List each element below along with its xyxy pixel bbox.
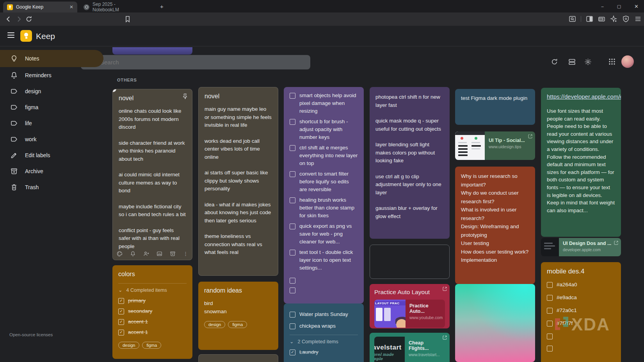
profile-avatar[interactable]: [621, 55, 634, 68]
maximize-button[interactable]: ▢: [617, 4, 621, 9]
close-window-button[interactable]: ✕: [634, 4, 639, 9]
back-icon[interactable]: [5, 15, 12, 23]
checkbox[interactable]: [290, 93, 295, 99]
copilot-icon[interactable]: [610, 15, 617, 23]
sidebar-item-trash[interactable]: Trash: [0, 179, 103, 195]
sidebar-item-edit-labels[interactable]: Edit labels: [0, 147, 103, 163]
link-preview[interactable]: LAYOUT PRAC Practice Auto... www.youtube…: [374, 300, 445, 328]
note-card-partial[interactable]: miso butterscotch: [198, 354, 278, 362]
checkbox[interactable]: [290, 312, 295, 318]
note-card-cheap-flights[interactable]: travelstart Travel made Simple Cheap Fli…: [370, 333, 450, 362]
label-chip-figma[interactable]: figma: [142, 342, 161, 349]
note-card-mobile-des4[interactable]: mobile des.4 #a264a0 #e9adca #72a0c1 #7f…: [541, 262, 621, 362]
checkbox[interactable]: [547, 308, 553, 314]
pin-icon[interactable]: [182, 93, 188, 99]
reload-icon[interactable]: [25, 15, 33, 23]
checkbox[interactable]: [290, 323, 295, 329]
checkbox[interactable]: [547, 321, 553, 327]
open-link-icon[interactable]: [614, 241, 618, 245]
note-card-practice-auto-layout[interactable]: Practice Auto Layout LAYOUT PRAC Practic…: [370, 284, 450, 328]
link-preview-ui-dos[interactable]: UI Design Dos and ... developer.apple.co…: [541, 238, 621, 256]
checkbox-checked[interactable]: ✓: [118, 319, 124, 325]
checkbox[interactable]: [547, 346, 553, 351]
checkbox[interactable]: [290, 224, 295, 229]
selected-check-badge[interactable]: ✓: [112, 89, 116, 92]
sidebar-item-life[interactable]: life: [0, 115, 103, 131]
label-chip-design[interactable]: design: [118, 342, 139, 349]
archive-note-icon[interactable]: [170, 251, 176, 257]
sidebar-item-notes[interactable]: Notes: [0, 50, 103, 67]
note-card-ui-tip[interactable]: UI Tip - Social... www.uidesign.tips: [455, 131, 535, 160]
palette-icon[interactable]: [117, 251, 123, 257]
note-card-empty[interactable]: [370, 245, 450, 279]
shield-icon[interactable]: [622, 15, 630, 23]
label-chip-figma[interactable]: figma: [228, 321, 247, 328]
wallet-icon[interactable]: [598, 15, 605, 23]
list-view-icon[interactable]: [568, 58, 576, 66]
checkbox[interactable]: [547, 334, 553, 339]
note-card-novel-1[interactable]: ✓ novel online chats could look like 200…: [112, 89, 192, 260]
open-link-icon[interactable]: [528, 134, 532, 138]
collaborator-icon[interactable]: [143, 251, 149, 257]
note-card-random-ideas[interactable]: random ideas bird snowman design figma: [198, 282, 278, 350]
tab-google-keep[interactable]: Google Keep ✕: [3, 2, 77, 12]
checkbox[interactable]: [290, 197, 295, 203]
partially-scrolled-note[interactable]: [112, 47, 192, 55]
sidebar-item-figma[interactable]: figma: [0, 99, 103, 115]
note-card-apple-design-tips[interactable]: https://developer.apple.com/design/tips/…: [541, 88, 621, 237]
checkbox[interactable]: [290, 278, 295, 284]
main-menu-icon[interactable]: [7, 32, 14, 38]
reminder-icon[interactable]: [130, 251, 136, 257]
open-link-icon[interactable]: [443, 337, 445, 340]
note-card-photopea-tips[interactable]: photopea ctrl shift n for new layer fast…: [370, 87, 450, 239]
note-link[interactable]: https://developer.apple.com/design/tips/: [547, 92, 615, 101]
note-card-colors[interactable]: colors ⌄ 4 Completed items ✓primary ✓sec…: [112, 265, 192, 359]
google-apps-grid-icon[interactable]: [608, 58, 616, 66]
checkbox[interactable]: [290, 171, 295, 177]
link-preview[interactable]: UI Tip - Social... www.uidesign.tips: [455, 131, 535, 160]
split-screen-icon[interactable]: [586, 15, 593, 23]
search-bar[interactable]: [81, 55, 310, 69]
favorites-icon[interactable]: [124, 15, 132, 23]
checkbox[interactable]: [290, 250, 295, 256]
tab-close-icon[interactable]: ✕: [69, 4, 73, 10]
sidebar-item-reminders[interactable]: Reminders: [0, 67, 103, 83]
note-card-user-research[interactable]: Why is user research so important? Why d…: [455, 167, 535, 284]
note-card-novel-2[interactable]: novel main guy name maybe leo or somethi…: [198, 87, 278, 276]
checkbox[interactable]: [290, 287, 295, 293]
checkbox[interactable]: [547, 295, 553, 301]
more-options-icon[interactable]: ⋮: [183, 251, 188, 257]
forward-icon[interactable]: [15, 15, 23, 23]
browser-menu-icon[interactable]: [634, 15, 642, 23]
checkbox[interactable]: [547, 282, 553, 288]
sidebar-item-work[interactable]: work: [0, 131, 103, 147]
add-image-icon[interactable]: [157, 251, 162, 257]
checkbox-checked[interactable]: ✓: [290, 350, 295, 355]
new-tab-button[interactable]: +: [160, 3, 164, 10]
note-card-gradient-image[interactable]: [455, 284, 535, 362]
sidebar-item-design[interactable]: design: [0, 83, 103, 99]
search-input[interactable]: [100, 59, 288, 66]
label-chip-design[interactable]: design: [204, 321, 225, 328]
note-line: Why do we conduct user research first?: [461, 189, 529, 206]
link-preview[interactable]: travelstart Travel made Simple Cheap Fli…: [374, 337, 445, 362]
settings-gear-icon[interactable]: [584, 58, 592, 66]
note-title: mobile des.4: [547, 268, 615, 275]
open-source-licenses-link[interactable]: Open-source licenses: [9, 332, 53, 337]
checkbox-checked[interactable]: ✓: [118, 330, 124, 335]
completed-items-toggle[interactable]: ⌄ 4 Completed items: [118, 283, 187, 293]
checkbox-checked[interactable]: ✓: [118, 309, 124, 314]
checkbox[interactable]: [290, 145, 295, 151]
refresh-icon[interactable]: [550, 58, 559, 66]
completed-items-toggle[interactable]: ⌄ 2 Completed items: [290, 335, 358, 344]
checkbox-checked[interactable]: ✓: [118, 298, 124, 304]
checkbox[interactable]: [290, 119, 295, 125]
tab-notebooklm[interactable]: Sep 2025 - NotebookLM: [80, 2, 146, 12]
search-in-sidebar-icon[interactable]: [569, 15, 576, 23]
note-card-photoshop-tips[interactable]: smart objects help avoid pixel damage wh…: [284, 87, 364, 303]
minimize-button[interactable]: –: [601, 4, 604, 9]
sidebar-item-archive[interactable]: Archive: [0, 163, 103, 179]
note-card-chores[interactable]: Water plants Sunday chickpea wraps ⌄ 2 C…: [284, 303, 364, 362]
note-card-figma-test[interactable]: test Figma dark mode plugin: [455, 89, 535, 125]
link-preview-text: UI Tip - Social... www.uidesign.tips: [485, 131, 535, 160]
